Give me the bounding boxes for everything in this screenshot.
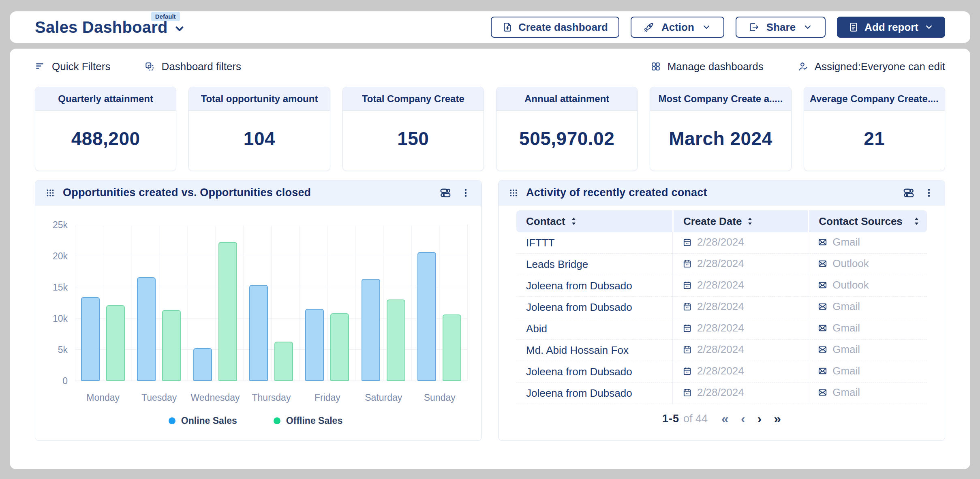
kpi-card: Quarterly attainment 488,200 <box>35 87 176 171</box>
contact-source-value: Gmail <box>832 365 860 377</box>
manage-dashboards-button[interactable]: Manage dashboards <box>650 60 764 73</box>
kpi-card-body: 104 <box>189 111 330 150</box>
column-header-contact[interactable]: Contact <box>516 210 672 232</box>
contact-source-value: Outlook <box>832 279 869 291</box>
x-axis-tick: Friday <box>300 392 355 403</box>
column-header-create-date[interactable]: Create Date <box>672 210 808 232</box>
kpi-value: 104 <box>244 128 275 150</box>
kpi-card-header: Annual attainment <box>496 87 637 111</box>
table-panel-header: Activity of recently created conact <box>499 180 945 205</box>
table-row[interactable]: Joleena from Dubsado 2/28/2024 Gmail <box>516 297 927 318</box>
create-date-value: 2/28/2024 <box>697 236 744 248</box>
title-chevron-down-icon[interactable] <box>173 23 186 35</box>
column-header-contact-sources[interactable]: Contact Sources <box>808 210 927 232</box>
create-dashboard-label: Create dashboard <box>518 21 608 34</box>
table-row[interactable]: Leads Bridge 2/28/2024 Outlook <box>516 254 927 275</box>
contact-name: Joleena from Dubsado <box>526 301 632 313</box>
x-axis-tick: Saturday <box>355 392 411 403</box>
contacts-table: Contact Create Date Contact Sources IFTT… <box>516 210 927 404</box>
table-row[interactable]: Joleena from Dubsado 2/28/2024 Gmail <box>516 383 927 404</box>
legend-item[interactable]: Offline Sales <box>274 415 342 426</box>
table-row[interactable]: Md. Abid Hossain Fox 2/28/2024 Gmail <box>516 340 927 361</box>
contact-cell: Joleena from Dubsado <box>516 275 672 297</box>
drag-handle-icon[interactable] <box>509 188 518 197</box>
widget-settings-icon[interactable] <box>439 187 451 199</box>
kpi-value: 488,200 <box>71 128 140 150</box>
share-button[interactable]: Share <box>736 17 826 38</box>
calendar-icon <box>683 302 692 311</box>
contact-name: Joleena from Dubsado <box>526 280 632 292</box>
share-label: Share <box>766 21 796 34</box>
kpi-card: Annual attainment 505,970.02 <box>496 87 638 171</box>
drag-handle-icon[interactable] <box>46 188 55 197</box>
share-icon <box>749 22 759 32</box>
chevron-down-icon <box>924 22 934 32</box>
header-actions: Create dashboard Action Share Add report <box>491 17 945 38</box>
first-page-button[interactable]: « <box>721 412 729 425</box>
kebab-menu-icon[interactable] <box>924 188 934 198</box>
bar-online-sales <box>193 348 212 381</box>
kpi-label: Average Company Create..... <box>810 93 939 105</box>
column-label: Contact <box>526 215 565 228</box>
chart-plot <box>75 225 468 381</box>
manage-dashboards-label: Manage dashboards <box>668 60 764 73</box>
quick-filters-button[interactable]: Quick Filters <box>35 60 110 73</box>
create-date-cell: 2/28/2024 <box>672 340 808 361</box>
dashboard-title-group[interactable]: Default Sales Dashboard <box>35 18 186 36</box>
contact-source-value: Gmail <box>832 322 860 334</box>
table-row[interactable]: IFTTT 2/28/2024 Gmail <box>516 232 927 254</box>
table-row[interactable]: Abid 2/28/2024 Gmail <box>516 318 927 340</box>
bar-offline-sales <box>443 314 461 381</box>
create-date-cell: 2/28/2024 <box>672 232 808 254</box>
legend-dot-icon <box>274 417 280 424</box>
bar-group <box>187 225 243 381</box>
contact-cell: Joleena from Dubsado <box>516 383 672 404</box>
kpi-value: 150 <box>397 128 429 150</box>
create-date-value: 2/28/2024 <box>697 279 744 291</box>
kpi-value: 505,970.02 <box>519 128 614 150</box>
table-row[interactable]: Joleena from Dubsado 2/28/2024 Outlook <box>516 275 927 297</box>
calendar-icon <box>683 388 692 397</box>
chart-body: 25k20k15k10k5k0 MondayTuesdayWednesdayTh… <box>35 205 481 426</box>
person-icon <box>798 61 808 72</box>
action-label: Action <box>661 21 694 34</box>
bar-online-sales <box>137 277 156 381</box>
dashboard-filters-label: Dashboard filters <box>161 60 241 73</box>
column-label: Contact Sources <box>819 215 903 228</box>
bar-online-sales <box>362 279 380 381</box>
envelope-icon <box>818 366 827 376</box>
next-page-button[interactable]: › <box>757 412 762 425</box>
top-bar: Default Sales Dashboard Create dashboard… <box>10 11 970 43</box>
contact-name: IFTTT <box>526 237 555 249</box>
table-row[interactable]: Joleena from Dubsado 2/28/2024 Gmail <box>516 361 927 383</box>
contact-name: Leads Bridge <box>526 258 588 270</box>
bar-group <box>131 225 187 381</box>
last-page-button[interactable]: » <box>774 412 781 425</box>
assigned-button[interactable]: Assigned:Everyone can edit <box>798 60 945 73</box>
contact-name: Joleena from Dubsado <box>526 387 632 399</box>
chart-panel: Opportunities created vs. Opportunities … <box>35 180 482 441</box>
create-date-cell: 2/28/2024 <box>672 361 808 383</box>
calendar-icon <box>683 323 692 333</box>
create-date-value: 2/28/2024 <box>697 365 744 377</box>
kebab-menu-icon[interactable] <box>460 188 471 198</box>
kpi-label: Total opportunity amount <box>201 93 318 105</box>
pagination-total: of 44 <box>683 413 708 425</box>
x-axis-tick: Thursday <box>243 392 299 403</box>
add-report-button[interactable]: Add report <box>837 17 945 38</box>
create-dashboard-button[interactable]: Create dashboard <box>491 17 619 38</box>
sort-icon <box>747 217 753 225</box>
bar-online-sales <box>305 309 324 381</box>
contact-source-value: Gmail <box>832 300 860 313</box>
action-button[interactable]: Action <box>631 17 724 38</box>
filter-lines-icon <box>35 61 45 72</box>
bar-offline-sales <box>330 313 349 381</box>
kpi-card-body: 150 <box>343 111 484 150</box>
contact-source-cell: Gmail <box>808 361 927 383</box>
widget-settings-icon[interactable] <box>903 187 915 199</box>
bar-online-sales <box>417 252 436 381</box>
dashboard-filters-button[interactable]: Dashboard filters <box>144 60 241 73</box>
page-title: Sales Dashboard <box>35 18 168 36</box>
legend-item[interactable]: Online Sales <box>169 415 237 426</box>
prev-page-button[interactable]: ‹ <box>741 412 745 425</box>
